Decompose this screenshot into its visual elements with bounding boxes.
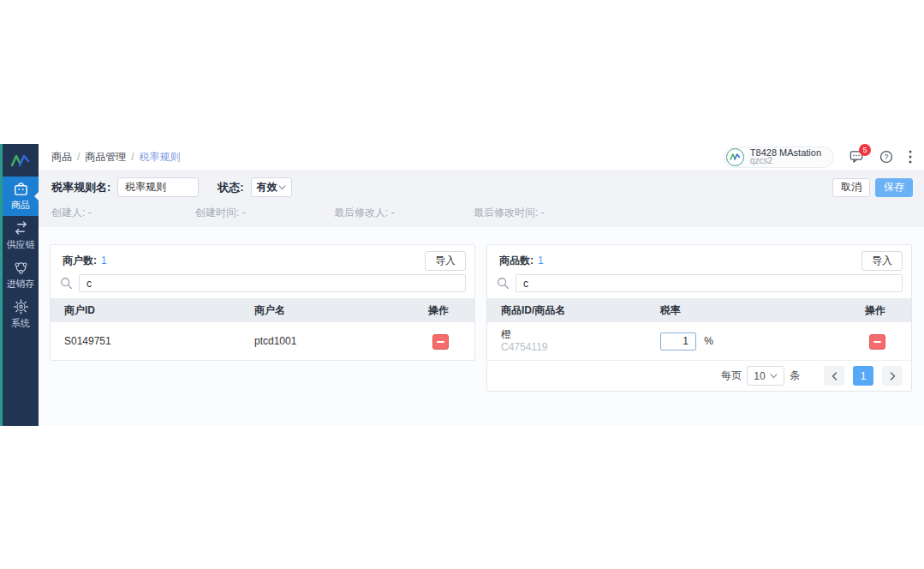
product-count-label: 商品数: bbox=[499, 254, 534, 268]
merchant-table-row: S0149751 ptcd1001 bbox=[51, 322, 474, 360]
sidebar-item-label: 进销存 bbox=[7, 278, 35, 290]
merchant-table: 商户ID 商户名 操作 S0149751 ptcd1001 bbox=[51, 298, 474, 360]
status-selected-value: 有效 bbox=[257, 180, 277, 195]
rule-form-bar: 税率规则名: 状态: 有效 取消 保存 创建人: - 创建 bbox=[39, 170, 924, 227]
chevron-right-icon bbox=[890, 372, 896, 380]
sidebar-item-inventory[interactable]: 进销存 bbox=[3, 255, 39, 295]
per-page-suffix-label: 条 bbox=[790, 368, 800, 383]
more-options-button[interactable] bbox=[909, 150, 912, 164]
product-count-value: 1 bbox=[538, 255, 544, 267]
message-count-badge: 5 bbox=[859, 144, 871, 156]
user-info: T8428 MAstation qzcs2 bbox=[750, 148, 821, 165]
search-icon bbox=[497, 277, 510, 290]
product-actions-column-header: 操作 bbox=[808, 298, 911, 322]
chevron-down-icon bbox=[770, 374, 778, 379]
product-table: 商品ID/商品名 税率 操作 橙 C4754119 bbox=[487, 298, 911, 360]
merchant-search-input[interactable] bbox=[79, 274, 466, 292]
sidebar-item-system[interactable]: 系统 bbox=[3, 295, 39, 334]
breadcrumb-tax-rules: 税率规则 bbox=[140, 150, 181, 165]
minus-icon bbox=[873, 341, 881, 343]
product-id-name-cell: 橙 C4754119 bbox=[487, 322, 647, 360]
merchant-import-button[interactable]: 导入 bbox=[425, 251, 466, 271]
exchange-arrows-icon bbox=[13, 220, 29, 236]
user-subname: qzcs2 bbox=[750, 157, 821, 165]
percent-unit-label: % bbox=[704, 335, 713, 347]
sidebar: 商品 供应链 进销存 bbox=[0, 144, 39, 426]
search-icon bbox=[60, 277, 73, 290]
kebab-menu-icon bbox=[909, 150, 912, 164]
cancel-button[interactable]: 取消 bbox=[832, 178, 870, 197]
merchant-count-value: 1 bbox=[101, 255, 107, 267]
share-nodes-icon bbox=[13, 260, 29, 275]
product-table-row: 橙 C4754119 % bbox=[487, 322, 911, 360]
sidebar-item-label: 供应链 bbox=[7, 238, 35, 251]
main-area: 商品 / 商品管理 / 税率规则 T8428 MAstation qzcs2 bbox=[39, 144, 924, 426]
next-page-button[interactable] bbox=[882, 366, 903, 386]
content-area: 商户数: 1 导入 商户ID 商户名 bbox=[39, 227, 924, 426]
question-circle-icon: ? bbox=[879, 150, 893, 164]
tax-rate-cell: % bbox=[647, 322, 808, 360]
created-time-field: 创建时间: - bbox=[195, 206, 246, 220]
previous-page-button[interactable] bbox=[824, 366, 844, 386]
merchant-id-column-header: 商户ID bbox=[51, 298, 241, 322]
chevron-down-icon bbox=[278, 185, 286, 190]
breadcrumb-goods-management[interactable]: 商品管理 bbox=[85, 150, 126, 165]
breadcrumb-separator: / bbox=[77, 151, 80, 163]
last-modified-time-field: 最后修改时间: - bbox=[474, 206, 545, 220]
sidebar-item-supply-chain[interactable]: 供应链 bbox=[3, 216, 39, 255]
shopping-bag-icon bbox=[13, 181, 29, 196]
product-panel: 商品数: 1 导入 商品ID/商品名 税率 bbox=[486, 244, 912, 392]
chevron-left-icon bbox=[832, 372, 838, 380]
remove-product-button[interactable] bbox=[869, 334, 885, 350]
save-button[interactable]: 保存 bbox=[875, 178, 913, 197]
current-page-button[interactable]: 1 bbox=[853, 366, 873, 386]
topbar: 商品 / 商品管理 / 税率规则 T8428 MAstation qzcs2 bbox=[39, 144, 924, 170]
per-page-select[interactable]: 10 bbox=[747, 366, 784, 386]
status-label: 状态: bbox=[218, 180, 243, 195]
created-by-field: 创建人: - bbox=[51, 206, 92, 220]
merchant-name-column-header: 商户名 bbox=[241, 298, 397, 322]
merchant-name-cell: ptcd1001 bbox=[241, 322, 397, 360]
messages-button[interactable]: 5 bbox=[849, 150, 864, 164]
remove-merchant-button[interactable] bbox=[432, 334, 449, 350]
sidebar-item-goods[interactable]: 商品 bbox=[3, 177, 39, 216]
minus-icon bbox=[437, 341, 444, 343]
merchant-count-label: 商户数: bbox=[63, 254, 97, 268]
avatar bbox=[726, 148, 744, 166]
product-name: 橙 bbox=[501, 328, 647, 341]
rule-name-label: 税率规则名: bbox=[51, 180, 110, 195]
product-id: C4754119 bbox=[501, 341, 647, 354]
per-page-prefix-label: 每页 bbox=[721, 368, 742, 383]
app-window: 商品 供应链 进销存 bbox=[0, 144, 924, 426]
breadcrumb-separator: / bbox=[131, 151, 134, 163]
pagination-bar: 每页 10 条 1 bbox=[487, 360, 911, 391]
avatar-logo-icon bbox=[730, 153, 741, 161]
merchant-panel: 商户数: 1 导入 商户ID 商户名 bbox=[50, 244, 475, 361]
logo-icon bbox=[10, 153, 31, 168]
product-id-name-column-header: 商品ID/商品名 bbox=[487, 298, 647, 322]
product-search-input[interactable] bbox=[516, 274, 903, 292]
sidebar-item-label: 系统 bbox=[11, 317, 30, 330]
breadcrumb-goods[interactable]: 商品 bbox=[51, 150, 72, 165]
merchant-actions-column-header: 操作 bbox=[397, 298, 474, 322]
last-modified-by-field: 最后修改人: - bbox=[334, 206, 395, 220]
sidebar-item-label: 商品 bbox=[11, 199, 30, 212]
per-page-selected-value: 10 bbox=[754, 370, 765, 382]
app-logo[interactable] bbox=[3, 144, 39, 177]
tax-rate-column-header: 税率 bbox=[647, 298, 808, 322]
gear-icon bbox=[13, 299, 29, 314]
svg-text:?: ? bbox=[885, 153, 889, 161]
status-select[interactable]: 有效 bbox=[251, 177, 292, 197]
help-button[interactable]: ? bbox=[879, 150, 893, 164]
tax-rate-input[interactable] bbox=[660, 332, 696, 350]
product-import-button[interactable]: 导入 bbox=[861, 251, 903, 271]
user-account-chip[interactable]: T8428 MAstation qzcs2 bbox=[724, 147, 834, 168]
rule-name-input[interactable] bbox=[117, 177, 199, 197]
merchant-id-cell: S0149751 bbox=[51, 322, 241, 360]
